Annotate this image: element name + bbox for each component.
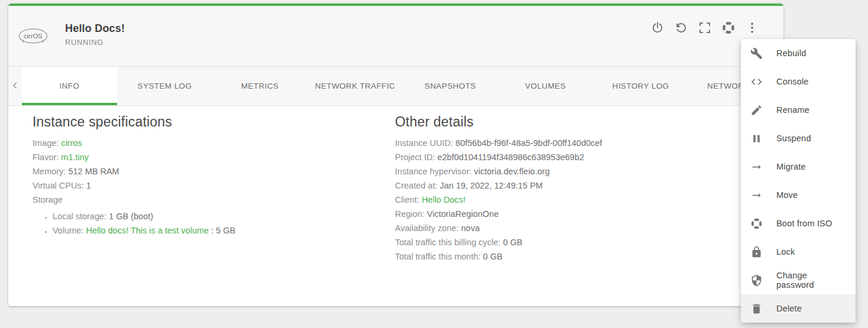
spec-row-4-label: Storage (33, 195, 63, 204)
menu-item-rebuild[interactable]: Rebuild (741, 39, 856, 67)
tab-list: INFOSYSTEM LOGMETRICSNETWORK TRAFFICSNAP… (22, 67, 783, 105)
menu-item-label: Lock (776, 247, 795, 256)
detail-row-7-label: Total traffic this billing cycle: (395, 238, 501, 247)
menu-item-label: Migrate (776, 162, 806, 171)
tab-scroll-left-button[interactable] (8, 67, 22, 105)
spec-row-2-value: 512 MB RAM (68, 167, 119, 176)
storage-bullet-row-1: Volume: Hello docs! This is a test volum… (53, 223, 364, 238)
title-block: Hello Docs! RUNNING (65, 22, 125, 47)
menu-item-suspend[interactable]: Suspend (741, 124, 856, 152)
detail-row-3: Created at: Jan 19, 2022, 12:49:15 PM (395, 178, 750, 193)
menu-item-label: Console (776, 77, 809, 86)
menu-item-label: Change password (776, 271, 846, 290)
detail-row-4-label: Client: (395, 195, 419, 204)
detail-row-5-label: Region: (395, 209, 425, 219)
svg-text:cirrOS: cirrOS (24, 33, 42, 40)
menu-item-change-password[interactable]: Change password (741, 266, 856, 294)
storage-bullet-row-1-suffix: : 5 GB (209, 226, 235, 235)
spec-row-2-label: Memory: (33, 167, 66, 176)
detail-row-3-label: Created at: (395, 181, 438, 190)
menu-item-label: Rebuild (776, 48, 807, 58)
details-heading: Other details (395, 114, 750, 130)
info-tab-content: Instance specifications Image: cirrosFla… (8, 106, 783, 306)
arrow-right-icon (750, 189, 763, 202)
storage-bullet-1: Volume: Hello docs! This is a test volum… (53, 223, 364, 238)
menu-item-label: Move (776, 190, 798, 200)
tab-network-traffic[interactable]: NETWORK TRAFFIC (307, 67, 403, 105)
fullscreen-button[interactable] (698, 21, 712, 35)
spec-row-3-label: Virtual CPUs: (33, 181, 84, 190)
spec-row-0-label: Image: (33, 138, 59, 148)
spec-row-3-value: 1 (86, 181, 91, 190)
pause-icon (750, 132, 763, 145)
instance-status-badge: RUNNING (65, 38, 125, 47)
storage-bullet-row-1-link[interactable]: Hello docs! This is a test volume (86, 226, 209, 235)
instance-title: Hello Docs! (65, 22, 125, 35)
more-options-button[interactable] (745, 21, 759, 35)
detail-row-4: Client: Hello Docs! (395, 193, 750, 207)
instance-actions-menu: RebuildConsoleRenameSuspendMigrateMoveBo… (741, 39, 856, 323)
tab-history-log[interactable]: HISTORY LOG (593, 67, 688, 105)
menu-item-lock[interactable]: Lock (741, 238, 856, 266)
storage-bullet-row-1-label: Volume: (53, 226, 83, 235)
tab-bar: INFOSYSTEM LOGMETRICSNETWORK TRAFFICSNAP… (8, 67, 783, 106)
spec-row-2: Memory: 512 MB RAM (33, 164, 364, 178)
storage-bullet-row-0: Local storage: 1 GB (boot) (53, 209, 364, 223)
pencil-icon (750, 104, 763, 116)
menu-item-label: Suspend (776, 134, 811, 143)
menu-item-label: Delete (776, 304, 802, 313)
card-header: cirrOS Hello Docs! RUNNING (8, 6, 783, 67)
storage-list: Local storage: 1 GB (boot)Volume: Hello … (33, 209, 364, 238)
tab-system-log[interactable]: SYSTEM LOG (117, 67, 212, 105)
tab-info[interactable]: INFO (22, 67, 117, 105)
tab-metrics[interactable]: METRICS (212, 67, 307, 105)
storage-bullet-0: Local storage: 1 GB (boot) (53, 209, 364, 223)
menu-item-rename[interactable]: Rename (741, 96, 856, 124)
detail-row-7: Total traffic this billing cycle: 0 GB (395, 235, 750, 249)
detail-row-5-value: VictoriaRegionOne (427, 209, 498, 219)
detail-row-7-value: 0 GB (503, 238, 523, 247)
tab-volumes[interactable]: VOLUMES (498, 67, 593, 105)
spec-row-0-link[interactable]: cirros (61, 138, 82, 148)
spec-row-3: Virtual CPUs: 1 (33, 178, 364, 193)
arrow-right-icon (750, 161, 763, 173)
wrench-icon (750, 47, 763, 60)
boot-iso-icon (721, 21, 736, 35)
trash-icon (750, 303, 763, 315)
menu-item-move[interactable]: Move (741, 181, 856, 209)
power-button[interactable] (650, 21, 665, 35)
menu-item-boot-from-iso[interactable]: Boot from ISO (741, 209, 856, 238)
detail-row-8: Total traffic this month: 0 GB (395, 249, 750, 264)
menu-item-migrate[interactable]: Migrate (741, 152, 856, 181)
detail-row-8-label: Total traffic this month: (395, 252, 481, 261)
header-actions (650, 21, 759, 35)
detail-row-2-value: victoria.dev.fleio.org (474, 167, 550, 176)
menu-item-delete[interactable]: Delete (741, 294, 856, 323)
more-vert-icon (745, 21, 759, 35)
instance-card: cirrOS Hello Docs! RUNNING INFOSYSTEM LO… (8, 4, 783, 306)
detail-row-6-label: Availability zone: (395, 223, 459, 233)
detail-row-3-value: Jan 19, 2022, 12:49:15 PM (440, 181, 543, 190)
detail-row-0: Instance UUID: 80f56b4b-f96f-48a5-9bdf-0… (395, 136, 750, 150)
spec-row-1-label: Flavor: (33, 152, 59, 162)
menu-item-console[interactable]: Console (741, 67, 856, 96)
specs-heading: Instance specifications (33, 114, 364, 130)
cloud-outline: cirrOS (18, 26, 48, 47)
boot-iso-icon (750, 217, 763, 230)
storage-bullet-row-0-label: Local storage: (53, 212, 106, 221)
spec-row-4: Storage (33, 193, 364, 207)
power-icon (650, 21, 665, 35)
spec-row-1-link[interactable]: m1.tiny (61, 152, 89, 162)
fullscreen-icon (698, 21, 712, 35)
detail-row-1-label: Project ID: (395, 152, 435, 162)
detail-row-4-link[interactable]: Hello Docs! (422, 195, 465, 204)
cirros-logo: cirrOS (18, 26, 48, 47)
boot-from-iso-button[interactable] (721, 21, 736, 35)
tab-snapshots[interactable]: SNAPSHOTS (403, 67, 498, 105)
detail-row-0-label: Instance UUID: (395, 138, 453, 148)
detail-row-6: Availability zone: nova (395, 221, 750, 235)
spec-row-0: Image: cirros (33, 136, 364, 150)
restart-button[interactable] (674, 21, 688, 35)
lock-icon (750, 246, 763, 258)
detail-row-0-value: 80f56b4b-f96f-48a5-9bdf-00ff140d0cef (455, 138, 602, 148)
